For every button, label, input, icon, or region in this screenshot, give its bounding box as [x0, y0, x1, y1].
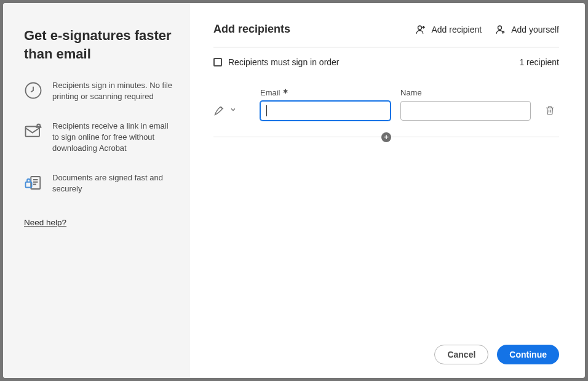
- required-asterisk: ✱: [283, 88, 288, 95]
- main-header: Add recipients Add recipient: [213, 23, 559, 36]
- recipient-row: Email ✱ Name: [213, 88, 559, 121]
- help-link[interactable]: Need help?: [24, 218, 173, 227]
- feature-item: Documents are signed fast and securely: [24, 172, 173, 195]
- esign-dialog: Get e-signatures faster than email Recip…: [3, 3, 585, 378]
- add-yourself-label: Add yourself: [511, 25, 559, 34]
- email-field[interactable]: [260, 101, 391, 121]
- email-label: Email ✱: [260, 88, 391, 97]
- feature-item: Recipients receive a link in email to si…: [24, 121, 173, 154]
- person-self-icon: [495, 24, 506, 35]
- name-label: Name: [400, 88, 531, 97]
- feature-text: Recipients receive a link in email to si…: [52, 121, 173, 154]
- person-plus-icon: [415, 24, 426, 35]
- add-recipient-label: Add recipient: [431, 25, 482, 34]
- footer-actions: Cancel Continue: [434, 345, 559, 364]
- role-dropdown[interactable]: [213, 100, 250, 120]
- recipient-count: 1 recipient: [519, 57, 559, 67]
- main-title: Add recipients: [213, 23, 290, 36]
- add-yourself-button[interactable]: Add yourself: [495, 24, 559, 35]
- feature-item: Recipients sign in minutes. No file prin…: [24, 80, 173, 102]
- main-panel: Add recipients Add recipient: [190, 3, 585, 378]
- feature-text: Documents are signed fast and securely: [52, 172, 173, 195]
- svg-point-5: [498, 26, 502, 30]
- chevron-down-icon: [229, 105, 237, 116]
- mail-bell-icon: [24, 122, 42, 140]
- options-row: Recipients must sign in order 1 recipien…: [213, 57, 559, 67]
- delete-recipient-button[interactable]: [541, 100, 559, 120]
- sign-order-label: Recipients must sign in order: [228, 57, 340, 67]
- pen-icon: [213, 104, 226, 116]
- feature-text: Recipients sign in minutes. No file prin…: [52, 80, 173, 102]
- svg-point-4: [418, 26, 422, 30]
- checkbox-icon: [213, 58, 222, 66]
- sidebar-title: Get e-signatures faster than email: [24, 26, 173, 63]
- add-row-divider: +: [213, 137, 559, 137]
- divider: [213, 47, 559, 47]
- trash-icon: [544, 105, 555, 116]
- add-row-button[interactable]: +: [381, 132, 391, 142]
- lock-doc-icon: [24, 174, 42, 192]
- sign-order-checkbox[interactable]: Recipients must sign in order: [213, 57, 340, 67]
- text-caret: [266, 105, 267, 116]
- plus-icon: +: [384, 132, 389, 142]
- add-recipient-button[interactable]: Add recipient: [415, 24, 482, 35]
- cancel-button[interactable]: Cancel: [434, 345, 488, 364]
- clock-icon: [24, 81, 42, 100]
- name-field[interactable]: [400, 101, 531, 121]
- svg-rect-1: [26, 127, 40, 137]
- continue-button[interactable]: Continue: [497, 345, 559, 364]
- header-actions: Add recipient Add yourself: [415, 24, 559, 35]
- svg-rect-2: [31, 177, 40, 189]
- info-sidebar: Get e-signatures faster than email Recip…: [3, 3, 190, 378]
